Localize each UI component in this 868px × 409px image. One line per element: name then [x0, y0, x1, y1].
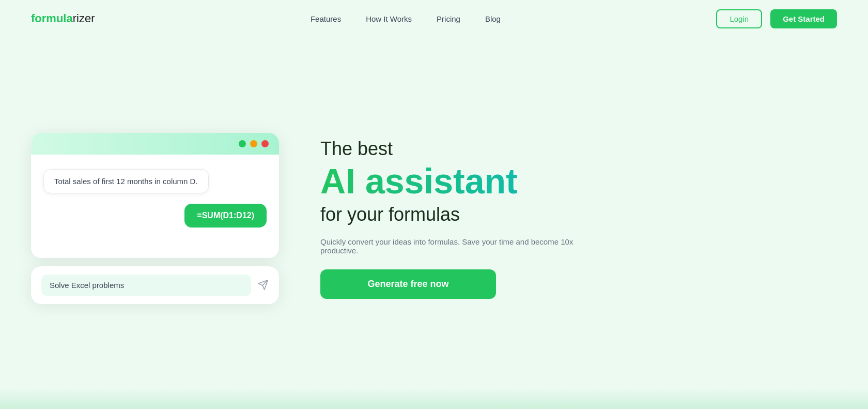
nav-blog[interactable]: Blog — [485, 14, 501, 23]
dot-red-icon — [261, 140, 269, 147]
formula-input[interactable] — [41, 275, 251, 296]
input-card — [31, 266, 279, 304]
login-button[interactable]: Login — [716, 9, 762, 28]
logo-rizer: rizer — [73, 12, 95, 25]
hero-right: The best AI assistant for your formulas … — [310, 138, 837, 299]
nav-actions: Login Get Started — [716, 9, 837, 28]
send-button[interactable] — [257, 279, 269, 291]
hero-ai-text: AI assistant — [320, 162, 837, 201]
hero-description: Quickly convert your ideas into formulas… — [320, 237, 589, 255]
nav-how-it-works[interactable]: How It Works — [366, 14, 412, 23]
logo[interactable]: formularizer — [31, 12, 95, 25]
hero-section: Total sales of first 12 months in column… — [0, 37, 868, 389]
user-message: Total sales of first 12 months in column… — [43, 169, 209, 193]
chat-titlebar — [31, 133, 279, 155]
generate-button[interactable]: Generate free now — [320, 269, 496, 299]
nav-features[interactable]: Features — [311, 14, 341, 23]
get-started-button[interactable]: Get Started — [770, 9, 837, 28]
navbar: formularizer Features How It Works Prici… — [0, 0, 868, 37]
dot-yellow-icon — [250, 140, 257, 147]
chat-card: Total sales of first 12 months in column… — [31, 133, 279, 258]
bottom-fade — [0, 388, 868, 409]
hero-left: Total sales of first 12 months in column… — [31, 133, 279, 304]
ai-response: =SUM(D1:D12) — [184, 204, 267, 228]
hero-subtitle-top: The best — [320, 138, 837, 160]
dot-green-icon — [239, 140, 246, 147]
nav-pricing[interactable]: Pricing — [437, 14, 460, 23]
logo-formula: formula — [31, 12, 73, 25]
chat-body: Total sales of first 12 months in column… — [31, 155, 279, 258]
send-icon — [257, 279, 269, 291]
nav-links: Features How It Works Pricing Blog — [311, 14, 501, 23]
hero-subtitle-bottom: for your formulas — [320, 203, 837, 227]
